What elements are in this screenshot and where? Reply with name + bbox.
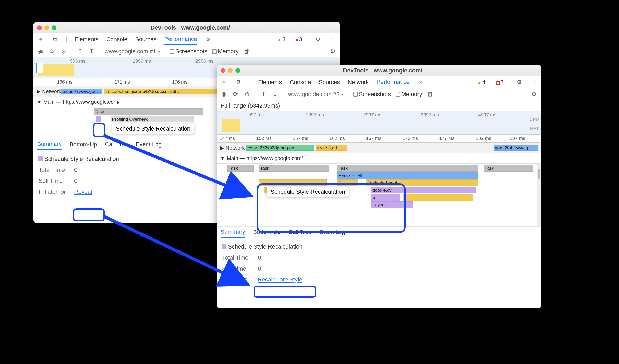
kebab-icon[interactable]: ⋮ [531,79,537,86]
kebab-icon[interactable]: ⋮ [329,36,336,43]
overview-tick: 2996 ms [196,58,214,64]
warning-count[interactable]: 4 [477,79,485,86]
flame-bar-task[interactable]: Task [484,165,533,172]
flame-bar[interactable] [403,194,473,201]
network-bar[interactable]: color_272x92dp.png (w… [246,145,314,151]
download-icon[interactable]: ↧ [88,48,95,55]
tab-elements[interactable]: Elements [74,36,99,43]
track-title: Main — https://www.google.com/ [227,155,303,161]
collapse-icon[interactable]: ▼ [220,155,225,161]
tab-performance[interactable]: Performance [164,36,197,45]
minimize-window-icon[interactable] [44,25,49,30]
upload-icon[interactable]: ↥ [77,48,83,55]
overview-timeline[interactable]: 997 ms 1997 ms 2997 ms 3997 ms 4997 ms C… [217,111,541,135]
clear-icon[interactable]: ⊘ [60,48,67,55]
summary-title: Schedule Style Recalculation [222,242,536,252]
tab-call-tree[interactable]: Call Tree [105,141,128,148]
close-window-icon[interactable] [221,68,225,73]
settings-icon[interactable]: ⚙ [315,36,322,43]
recording-dropdown[interactable]: www.google.com #1 [105,48,160,55]
tab-event-log[interactable]: Event Log [136,141,162,148]
ruler-tick: 182 ms [476,136,491,141]
tab-console[interactable]: Console [290,79,311,86]
overview-tick: 2997 ms [363,112,381,118]
screenshots-checkbox[interactable]: Screenshots [170,48,207,55]
more-tabs-icon[interactable]: » [205,36,212,43]
ruler-tick: 162 ms [329,136,345,141]
tab-summary[interactable]: Summary [37,141,62,150]
screenshots-checkbox[interactable]: Screenshots [353,91,391,98]
warning-count[interactable]: 3 [277,36,285,43]
flame-bar-task[interactable]: Task [259,165,329,172]
recording-dropdown[interactable]: www.google.com #2 [288,91,343,98]
network-bar[interactable]: sNUn3,qd… [316,145,347,151]
tab-summary[interactable]: Summary [221,228,245,238]
expand-icon[interactable]: ▶ [37,88,41,95]
memory-checkbox[interactable]: Memory [396,91,422,98]
overview-selection[interactable] [36,63,43,73]
trash-icon[interactable]: 🗑 [427,91,434,98]
reload-icon[interactable]: ⟳ [232,91,239,98]
record-icon[interactable]: ◉ [37,48,44,55]
ruler-tick: 152 ms [256,136,272,141]
main-track-header[interactable]: ▼ Main — https://www.google.com/ [217,153,541,164]
clear-icon[interactable]: ⊘ [244,91,250,98]
download-icon[interactable]: ↧ [272,91,278,98]
flame-bar-profiling[interactable]: Profiling Overhead [111,116,194,122]
tab-performance[interactable]: Performance [377,79,410,87]
flame-bar-task[interactable]: Task [337,165,478,172]
total-time-label: Total Time [222,253,257,263]
device-icon[interactable]: ⧉ [52,36,59,43]
upload-icon[interactable]: ↥ [260,91,267,98]
record-icon[interactable]: ◉ [221,91,227,98]
close-window-icon[interactable] [37,25,42,30]
tab-console[interactable]: Console [106,36,128,43]
tab-sources[interactable]: Sources [319,79,340,86]
trash-icon[interactable]: 🗑 [243,48,250,55]
network-bar[interactable]: e.com/ (www.goo… [61,89,102,94]
scrollbar[interactable] [537,164,541,226]
annotation-highlight [73,208,105,221]
expand-icon[interactable]: ▶ [220,145,224,151]
overview-tick: 4997 ms [478,112,496,118]
settings-icon[interactable]: ⚙ [516,79,523,86]
tab-network[interactable]: Network [348,79,369,86]
flame-bar-task[interactable]: Task [227,165,254,172]
perf-toolbar: ◉ ⟳ ⊘ ↥ ↧ www.google.com #2 Screenshots … [217,88,541,100]
flame-bar-task[interactable]: Task [94,108,203,115]
flame-bar-schedule-style[interactable] [96,116,101,122]
track-title: Main — https://www.google.com/ [43,99,119,105]
reload-icon[interactable]: ⟳ [49,48,55,55]
overview-tick: 997 ms [248,112,264,118]
network-track-header[interactable]: ▶ Network color_272x92dp.png (w… sNUn3,q… [217,143,541,153]
flame-bar-parse-html[interactable]: Parse HTML [337,172,478,179]
memory-checkbox[interactable]: Memory [212,48,238,55]
ruler-tick: 166 ms [57,79,72,85]
collapse-icon[interactable]: ▼ [37,99,42,105]
annotation-highlight [257,183,406,233]
gear-icon[interactable]: ⚙ [531,91,537,98]
inspect-icon[interactable]: ⌖ [37,36,44,43]
minimize-window-icon[interactable] [228,68,233,73]
separator [348,91,348,98]
full-range-label: Full range (5342.99ms) [217,100,541,111]
error-count[interactable]: 2 [496,79,503,86]
more-tabs-icon[interactable]: » [417,79,424,86]
maximize-window-icon[interactable] [52,25,56,30]
overview-tick: 1997 ms [306,112,324,118]
separator [283,91,283,98]
tab-bottom-up[interactable]: Bottom-Up [70,141,97,148]
tab-sources[interactable]: Sources [135,36,156,43]
inspect-icon[interactable]: ⌖ [221,79,227,86]
error-count[interactable]: 3 [296,36,302,43]
overview-tick: 1996 ms [133,58,151,64]
tab-elements[interactable]: Elements [258,79,282,86]
device-icon[interactable]: ⧉ [235,79,242,86]
recalculate-style-link[interactable]: Recalculate Style [258,276,302,283]
reveal-link[interactable]: Reveal [74,189,92,195]
network-bar[interactable]: gen_204 (www.g [494,145,538,151]
maximize-window-icon[interactable] [235,68,240,73]
gear-icon[interactable]: ⚙ [329,48,336,55]
flame-tooltip: Schedule Style Recalculation [112,124,194,134]
time-ruler[interactable]: 147 ms 152 ms 157 ms 162 ms 167 ms 172 m… [217,135,541,143]
